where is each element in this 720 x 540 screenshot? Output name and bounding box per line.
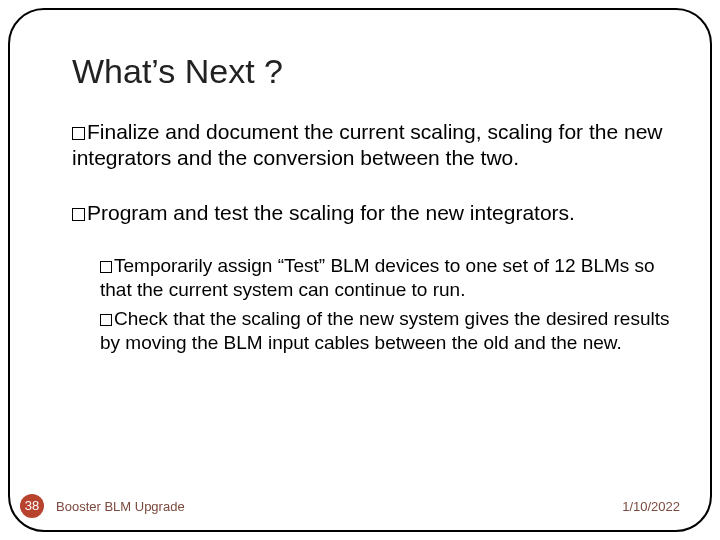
slide-title: What’s Next ? (72, 52, 670, 91)
checkbox-icon (72, 208, 85, 221)
bullet-text: Finalize and document the current scalin… (72, 120, 662, 169)
bullet-text: Program and test the scaling for the new… (87, 201, 575, 224)
bullet-text: Check that the scaling of the new system… (100, 308, 670, 353)
checkbox-icon (100, 314, 112, 326)
slide: What’s Next ? Finalize and document the … (0, 0, 720, 540)
bullet-item: Finalize and document the current scalin… (72, 119, 670, 172)
checkbox-icon (72, 127, 85, 140)
sub-bullet-item: Temporarily assign “Test” BLM devices to… (100, 254, 670, 302)
footer-date: 1/10/2022 (622, 499, 680, 514)
page-number-badge: 38 (20, 494, 44, 518)
bullet-item: Program and test the scaling for the new… (72, 200, 670, 226)
sub-bullet-item: Check that the scaling of the new system… (100, 307, 670, 355)
bullet-text: Temporarily assign “Test” BLM devices to… (100, 255, 655, 300)
footer-left: Booster BLM Upgrade (56, 499, 185, 514)
checkbox-icon (100, 261, 112, 273)
content-area: What’s Next ? Finalize and document the … (72, 52, 670, 361)
